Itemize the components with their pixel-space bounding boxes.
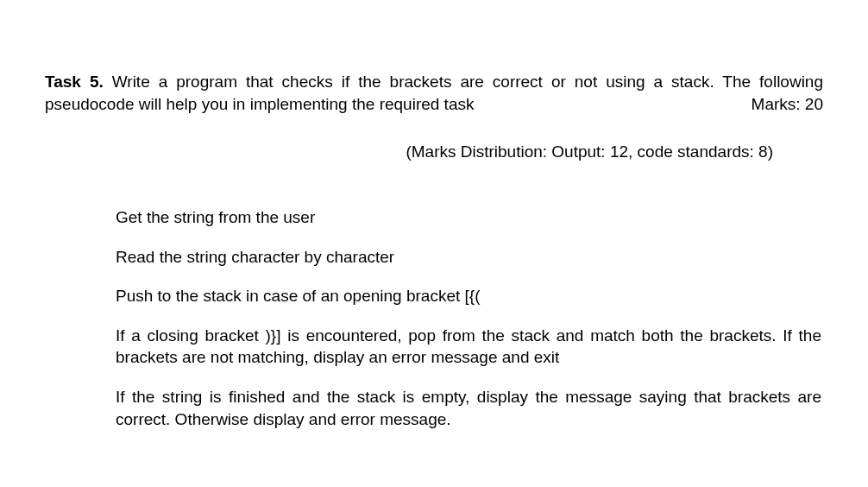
marks-total: Marks: 20	[752, 93, 823, 116]
pseudocode-block: Get the string from the user Read the st…	[45, 206, 823, 430]
pseudocode-step: Get the string from the user	[116, 206, 821, 229]
task-line-2: pseudocode will help you in implementing…	[45, 93, 823, 116]
task-label: Task 5.	[45, 73, 104, 91]
task-description-part2: pseudocode will help you in implementing…	[45, 93, 474, 116]
marks-distribution: (Marks Distribution: Output: 12, code st…	[45, 141, 823, 163]
task-description-part1: Write a program that checks if the brack…	[104, 73, 823, 91]
pseudocode-step: If the string is finished and the stack …	[116, 386, 821, 430]
pseudocode-step: If a closing bracket )}] is encountered,…	[116, 325, 821, 369]
pseudocode-step: Read the string character by character	[116, 246, 821, 269]
task-header: Task 5. Write a program that checks if t…	[45, 71, 823, 115]
task-line-1: Task 5. Write a program that checks if t…	[45, 71, 823, 93]
pseudocode-step: Push to the stack in case of an opening …	[116, 285, 821, 307]
